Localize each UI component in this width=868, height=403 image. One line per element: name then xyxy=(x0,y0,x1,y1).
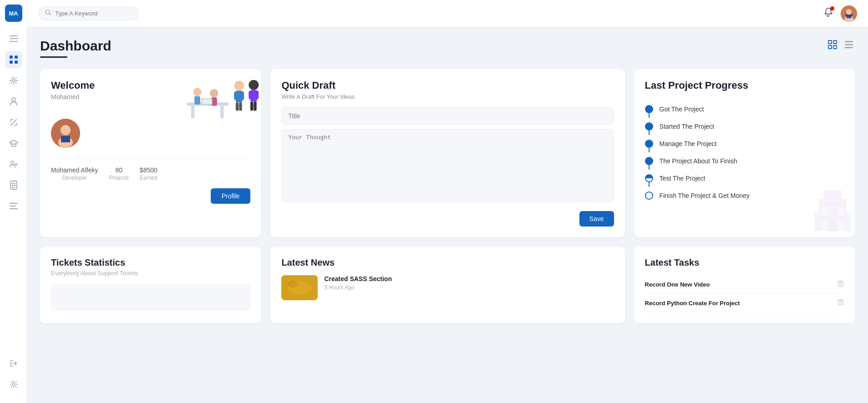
sidebar-item-menu[interactable] xyxy=(5,30,22,47)
latest-tasks-card: Latest Tasks Record One New Video Record… xyxy=(634,247,855,323)
progress-item-2: Manage The Project xyxy=(645,135,844,152)
svg-rect-6 xyxy=(15,60,18,64)
svg-point-8 xyxy=(12,98,15,101)
svg-rect-46 xyxy=(249,91,252,99)
task-delete-0[interactable] xyxy=(837,280,844,289)
sidebar-item-profile[interactable] xyxy=(5,93,22,110)
progress-dot-1 xyxy=(645,122,653,131)
news-title: Latest News xyxy=(281,257,614,268)
svg-rect-28 xyxy=(845,47,853,48)
news-item-meta-0: 3 Hours Ago xyxy=(324,284,392,291)
main-area: Dashboard xyxy=(27,0,868,403)
welcome-illustration xyxy=(175,73,257,119)
bottom-row: Tickets Statistics Everything About Supp… xyxy=(40,247,855,323)
task-name-1: Record Python Create For Project xyxy=(645,300,740,307)
svg-rect-2 xyxy=(10,41,18,42)
progress-item-1: Started The Project xyxy=(645,118,844,135)
sidebar: MA xyxy=(0,0,27,403)
notification-button[interactable] xyxy=(823,7,833,20)
sidebar-item-logout[interactable] xyxy=(5,355,22,372)
svg-rect-56 xyxy=(821,206,828,215)
page-header: Dashboard xyxy=(40,38,855,58)
task-delete-1[interactable] xyxy=(837,298,844,307)
view-list-button[interactable] xyxy=(843,38,855,53)
svg-point-7 xyxy=(12,79,15,81)
news-content-0: Created SASS Section 3 Hours Ago xyxy=(324,275,392,291)
svg-rect-55 xyxy=(823,190,842,202)
progress-label-1: Started The Project xyxy=(660,123,714,130)
svg-rect-11 xyxy=(10,203,18,204)
sidebar-item-education[interactable] xyxy=(5,135,22,152)
svg-rect-57 xyxy=(837,206,844,215)
sidebar-item-bottom-settings[interactable] xyxy=(5,376,22,393)
news-item-title-0: Created SASS Section xyxy=(324,275,392,282)
svg-rect-60 xyxy=(829,220,836,231)
profile-button[interactable]: Profile xyxy=(211,188,251,204)
sidebar-item-settings[interactable] xyxy=(5,72,22,89)
user-stat-earned: $8500 Earned xyxy=(140,166,157,181)
search-input[interactable] xyxy=(55,10,132,17)
svg-point-44 xyxy=(249,80,259,90)
latest-news-card: Latest News Created SASS Section 3 Hours… xyxy=(270,247,624,323)
svg-rect-37 xyxy=(203,99,212,104)
svg-point-34 xyxy=(210,89,218,97)
svg-rect-23 xyxy=(833,40,837,44)
sidebar-item-add-user[interactable] xyxy=(5,156,22,173)
search-icon xyxy=(45,10,51,17)
svg-rect-22 xyxy=(828,40,832,44)
page-title: Dashboard xyxy=(40,38,112,54)
progress-item-0: Got The Project xyxy=(645,101,844,118)
svg-rect-59 xyxy=(837,220,844,231)
progress-label-2: Manage The Project xyxy=(660,140,717,147)
header-right xyxy=(823,5,857,22)
svg-rect-4 xyxy=(15,55,18,59)
svg-rect-19 xyxy=(847,15,851,18)
svg-point-14 xyxy=(12,383,15,385)
svg-rect-5 xyxy=(10,60,13,64)
svg-rect-49 xyxy=(254,101,257,111)
welcome-card: Welcome Mohamed Mohamed Alfeky Developer xyxy=(40,69,261,237)
news-item-0: Created SASS Section 3 Hours Ago xyxy=(281,275,614,300)
svg-rect-26 xyxy=(845,41,853,42)
sidebar-item-dashboard[interactable] xyxy=(5,51,22,68)
draft-title-input[interactable] xyxy=(281,107,614,125)
svg-rect-31 xyxy=(220,106,223,119)
progress-title: Last Project Progress xyxy=(645,80,844,91)
svg-rect-0 xyxy=(10,35,18,36)
svg-rect-58 xyxy=(821,220,828,231)
svg-rect-30 xyxy=(191,106,194,119)
svg-rect-1 xyxy=(10,38,18,39)
user-stat-projects: 80 Projects xyxy=(109,166,129,181)
view-grid-button[interactable] xyxy=(826,38,839,53)
progress-list: Got The Project Started The Project Mana… xyxy=(645,101,844,204)
progress-label-3: The Project About To Finish xyxy=(660,157,737,165)
svg-rect-33 xyxy=(195,96,201,104)
save-draft-button[interactable]: Save xyxy=(579,211,614,227)
cards-row: Welcome Mohamed Mohamed Alfeky Developer xyxy=(40,69,855,237)
progress-label-5: Finish The Project & Get Money xyxy=(660,192,750,199)
task-item-0: Record One New Video xyxy=(645,275,844,294)
svg-rect-48 xyxy=(250,101,253,111)
progress-dot-5 xyxy=(645,191,653,200)
svg-rect-13 xyxy=(10,208,18,209)
sidebar-item-tools[interactable] xyxy=(5,114,22,131)
svg-rect-53 xyxy=(61,136,70,142)
user-avatar[interactable] xyxy=(841,5,857,22)
progress-item-4: Test The Project xyxy=(645,170,844,187)
progress-dot-0 xyxy=(645,105,653,113)
sidebar-item-list[interactable] xyxy=(5,197,22,215)
svg-rect-61 xyxy=(814,213,820,231)
search-box[interactable] xyxy=(38,6,138,20)
user-stats: Mohamed Alfeky Developer 80 Projects $85… xyxy=(51,159,250,181)
svg-point-38 xyxy=(234,81,244,91)
svg-point-65 xyxy=(288,281,297,288)
svg-rect-47 xyxy=(255,91,259,99)
svg-rect-27 xyxy=(845,44,853,45)
draft-thought-textarea[interactable] xyxy=(281,129,614,202)
svg-rect-41 xyxy=(241,91,244,100)
svg-rect-40 xyxy=(234,91,238,100)
progress-item-3: The Project About To Finish xyxy=(645,152,844,170)
svg-rect-43 xyxy=(239,102,242,111)
sidebar-item-document[interactable] xyxy=(5,176,22,194)
svg-rect-20 xyxy=(845,14,847,16)
